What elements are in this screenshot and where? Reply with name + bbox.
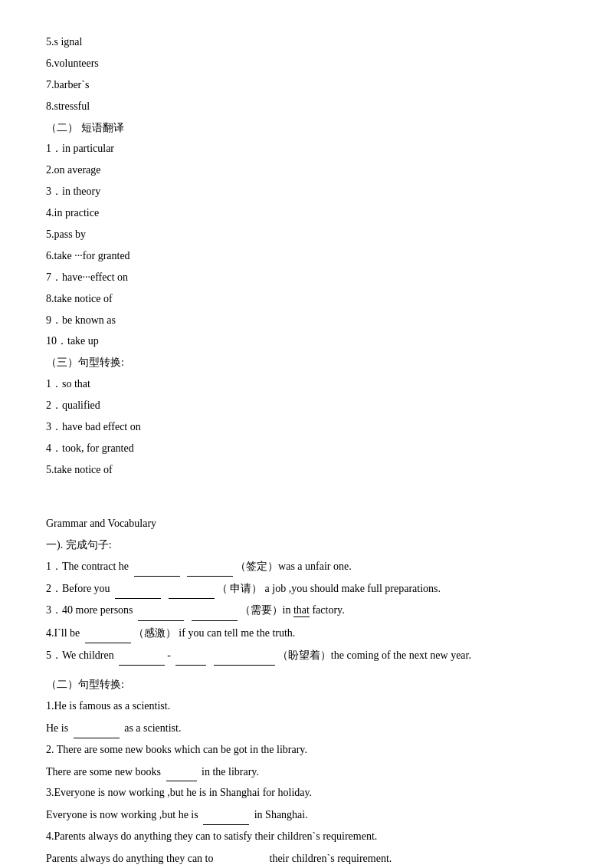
page-content: 5.s ignal 6.volunteers 7.barber`s 8.stre… [46,32,567,868]
blank-p4 [218,848,264,868]
phrase-section: （二） 短语翻译 1．in particular 2.on average 3．… [46,118,567,352]
complete-sentence-title: 一). 完成句子: [46,535,567,555]
complete-item-3: 3．40 more persons （需要）in that factory. [46,600,567,621]
complete-item-4: 4.I`ll be （感激） if you can tell me the tr… [46,623,567,643]
blank-5c [214,645,275,666]
phrase-item-4: 4.in practice [46,203,567,223]
pair-1-original: 1.He is famous as a scientist. [46,696,567,716]
phrase-item-2: 2.on average [46,160,567,180]
blank-5a [119,645,165,666]
blank-2a [115,578,161,599]
st1-item-2: 2．qualified [46,396,567,416]
pair-2-original: 2. There are some new books which can be… [46,740,567,760]
phrase-item-10: 10．take up [46,331,567,351]
complete-item-5: 5．We children - （盼望着）the coming of the n… [46,645,567,666]
blank-1a [134,556,180,577]
blank-4 [85,623,131,643]
vocab-item-8: 8.stressful [46,97,567,117]
phrase-title: （二） 短语翻译 [46,118,567,138]
small-gap [46,667,567,673]
st1-item-5: 5.take notice of [46,460,567,480]
phrase-item-6: 6.take ···for granted [46,246,567,266]
vocab-section: 5.s ignal 6.volunteers 7.barber`s 8.stre… [46,32,567,117]
sentence-transform-title: （三）句型转换: [46,353,567,373]
grammar-section: Grammar and Vocabulary 一). 完成句子: 1．The c… [46,514,567,868]
phrase-item-3: 3．in theory [46,182,567,202]
vocab-item-5: 5.s ignal [46,32,567,52]
phrase-item-7: 7．have···effect on [46,268,567,288]
phrase-item-1: 1．in particular [46,139,567,159]
pair-1-transformed: He is as a scientist. [46,718,567,738]
blank-3a [138,600,184,621]
phrase-item-8: 8.take notice of [46,289,567,309]
blank-1b [187,556,233,577]
st1-item-1: 1．so that [46,374,567,394]
pair-4-transformed: Parents always do anything they can to t… [46,848,567,868]
phrase-item-5: 5.pass by [46,225,567,245]
complete-item-2: 2．Before you （ 申请） a job ,you should mak… [46,578,567,599]
st1-item-3: 3．have bad effect on [46,417,567,437]
pair-3-transformed: Everyone is now working ,but he is in Sh… [46,804,567,825]
sentence-transform-1: （三）句型转换: 1．so that 2．qualified 3．have ba… [46,353,567,479]
phrase-item-9: 9．be known as [46,311,567,330]
pair-4-original: 4.Parents always do anything they can to… [46,827,567,847]
blank-p3 [203,804,249,825]
blank-3b [192,600,238,621]
blank-p1 [74,718,120,738]
vocab-item-6: 6.volunteers [46,54,567,74]
section-gap-1 [46,482,567,512]
blank-p2 [166,761,197,782]
pair-2-transformed: There are some new books in the library. [46,761,567,782]
blank-5b [175,645,206,666]
pair-3-original: 3.Everyone is now working ,but he is in … [46,783,567,803]
grammar-title: Grammar and Vocabulary [46,514,567,534]
blank-2b [169,578,215,599]
st1-item-4: 4．took, for granted [46,439,567,459]
complete-item-1: 1．The contract he （签定）was a unfair one. [46,556,567,577]
vocab-item-7: 7.barber`s [46,75,567,95]
sentence-transform-2-title: （二）句型转换: [46,675,567,695]
